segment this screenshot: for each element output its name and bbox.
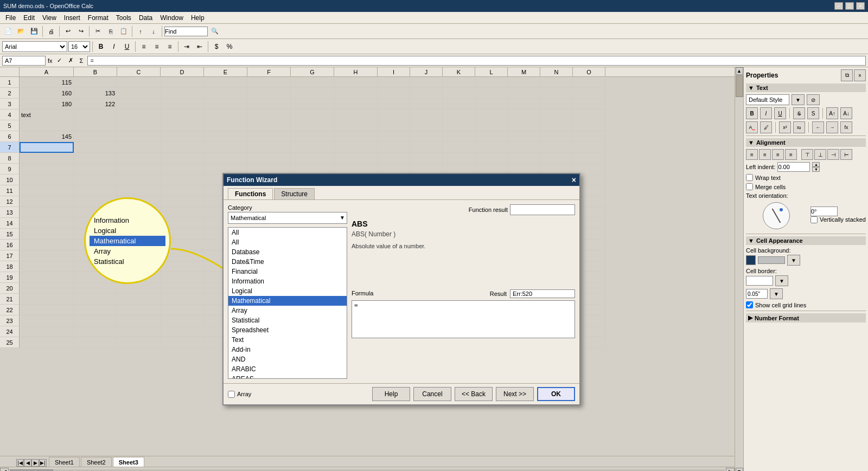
number-format-header[interactable]: ▶ Number Format (746, 313, 866, 322)
function-list[interactable]: All All Database Date&Time Financial Inf… (228, 227, 347, 379)
v-align-bot-button[interactable]: ⊣ (827, 149, 839, 160)
font-size-select[interactable]: 16 (68, 41, 90, 52)
bg-color-swatch[interactable] (758, 256, 785, 264)
left-indent-input[interactable] (777, 162, 810, 172)
list-item[interactable]: AND (228, 354, 347, 364)
cancel-button[interactable]: Cancel (413, 387, 451, 401)
sort-desc-btn[interactable]: ↓ (148, 25, 159, 37)
list-item[interactable]: All (228, 228, 347, 237)
scroll-down-button[interactable]: ▼ (736, 468, 743, 471)
alignment-section-header[interactable]: ▼ Alignment (746, 138, 866, 147)
list-item[interactable]: Statistical (228, 315, 347, 325)
indent-inc-button[interactable]: ▲ (812, 162, 820, 167)
func-result-input[interactable] (510, 204, 575, 215)
show-grid-checkbox[interactable] (746, 301, 753, 308)
formula-textarea[interactable]: = (352, 300, 575, 338)
h-align-left-button[interactable]: ≡ (746, 149, 758, 160)
text-style-btn[interactable]: ▼ (792, 94, 805, 105)
list-item[interactable]: Financial (228, 267, 347, 276)
print-btn[interactable]: 🖨 (45, 25, 57, 37)
list-item[interactable]: All (228, 237, 347, 247)
format-pct-button[interactable]: % (224, 41, 235, 52)
tab-functions[interactable]: Functions (228, 188, 273, 199)
superscript-button[interactable]: x² (779, 121, 791, 133)
sort-asc-btn[interactable]: ↑ (135, 25, 146, 37)
vertical-scrollbar[interactable]: ▲ ▼ (735, 67, 743, 471)
tab-structure[interactable]: Structure (274, 188, 315, 199)
underline-button[interactable]: U (121, 41, 133, 52)
shadow-button[interactable]: S (807, 107, 819, 119)
v-align-just-button[interactable]: ⊢ (840, 149, 852, 160)
border-style-dropdown-btn[interactable]: ▼ (775, 275, 788, 286)
merge-cells-checkbox[interactable] (746, 183, 753, 190)
v-align-top-button[interactable]: ⊤ (801, 149, 813, 160)
format-num-button[interactable]: $ (210, 41, 222, 52)
properties-close-button[interactable]: × (854, 69, 866, 81)
save-btn[interactable]: 💾 (28, 25, 40, 37)
formula-input[interactable] (87, 56, 866, 66)
menu-file[interactable]: File (2, 13, 19, 23)
wrap-text-checkbox[interactable] (746, 174, 753, 181)
h-align-center-button[interactable]: ≡ (759, 149, 771, 160)
array-checkbox[interactable] (228, 391, 235, 398)
decrease-indent-button[interactable]: ⇤ (194, 41, 206, 52)
h-align-right-button[interactable]: ≡ (772, 149, 784, 160)
new-btn[interactable]: 📄 (2, 25, 14, 37)
list-item[interactable]: Array (228, 306, 347, 315)
bg-color-icon[interactable] (746, 255, 756, 265)
underline-prop-button[interactable]: U (774, 107, 786, 119)
menu-format[interactable]: Format (85, 13, 112, 23)
open-btn[interactable]: 📂 (15, 25, 27, 37)
clear-formatting-btn[interactable]: ⊘ (807, 94, 820, 105)
dialog-close-button[interactable]: × (572, 176, 576, 184)
italic-button[interactable]: I (108, 41, 120, 52)
indent-dec-button[interactable]: ▼ (812, 167, 820, 172)
cut-btn[interactable]: ✂ (92, 25, 104, 37)
list-item[interactable]: Logical (228, 286, 347, 296)
help-button[interactable]: Help (372, 387, 410, 401)
next-button[interactable]: Next >> (496, 387, 534, 401)
italic-prop-button[interactable]: I (760, 107, 772, 119)
maximize-button[interactable]: □ (845, 2, 854, 10)
highlight-button[interactable]: 🖊 (760, 121, 772, 133)
menu-tools[interactable]: Tools (113, 13, 135, 23)
undo-btn[interactable]: ↩ (62, 25, 74, 37)
back-button[interactable]: << Back (455, 387, 493, 401)
list-item[interactable]: Add-in (228, 345, 347, 354)
list-item[interactable]: Information (228, 276, 347, 286)
list-item[interactable]: AREAS (228, 374, 347, 379)
align-center-button[interactable]: ≡ (151, 41, 163, 52)
bg-color-dropdown-btn[interactable]: ▼ (787, 255, 800, 266)
rtl-button[interactable]: ← (812, 121, 824, 133)
cell-reference-input[interactable] (2, 56, 46, 66)
menu-window[interactable]: Window (157, 13, 187, 23)
orientation-control[interactable] (763, 202, 790, 229)
menu-data[interactable]: Data (136, 13, 156, 23)
h-align-justify-button[interactable]: ≡ (785, 149, 797, 160)
fx-prop-button[interactable]: fx (840, 121, 852, 133)
ltr-button[interactable]: → (826, 121, 838, 133)
scroll-up-button[interactable]: ▲ (736, 67, 743, 75)
copy-btn[interactable]: ⎘ (105, 25, 117, 37)
vertically-stacked-checkbox[interactable] (810, 216, 818, 223)
border-style-swatch[interactable] (746, 276, 773, 286)
list-item-mathematical[interactable]: Mathematical (228, 296, 347, 306)
menu-insert[interactable]: Insert (61, 13, 84, 23)
list-item[interactable]: Text (228, 335, 347, 345)
paste-btn[interactable]: 📋 (118, 25, 130, 37)
list-item[interactable]: Spreadsheet (228, 325, 347, 335)
text-section-header[interactable]: ▼ Text (746, 83, 866, 92)
list-item[interactable]: Date&Time (228, 257, 347, 267)
bold-button[interactable]: B (95, 41, 107, 52)
strikethrough-button[interactable]: S̶ (793, 107, 805, 119)
align-left-button[interactable]: ≡ (138, 41, 150, 52)
border-width-dropdown-btn[interactable]: ▼ (770, 288, 783, 299)
align-right-button[interactable]: ≡ (164, 41, 176, 52)
find-btn[interactable]: 🔍 (209, 25, 221, 37)
category-select[interactable]: All Database Date&Time Financial Informa… (228, 212, 347, 224)
list-item[interactable]: Database (228, 247, 347, 257)
decrease-font-prop-button[interactable]: A↓ (840, 107, 852, 119)
ok-button[interactable]: OK (537, 387, 575, 401)
menu-view[interactable]: View (39, 13, 60, 23)
close-button[interactable]: × (856, 2, 865, 10)
